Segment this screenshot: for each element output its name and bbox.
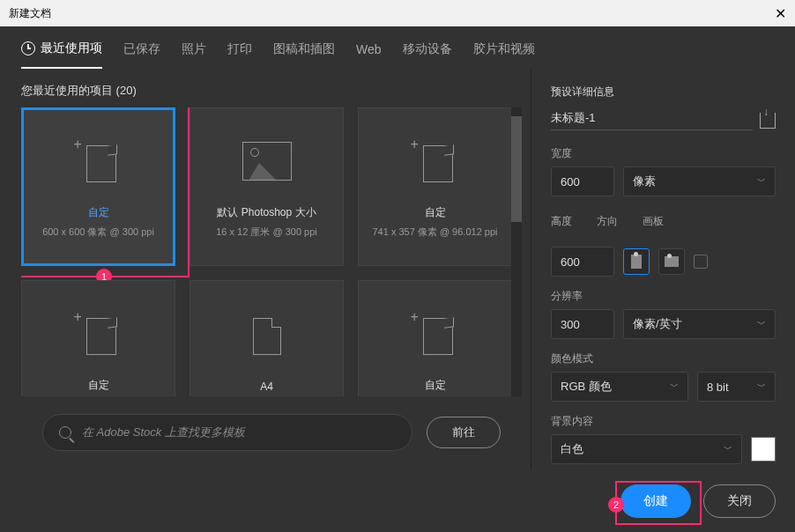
artboard-checkbox[interactable] [694,255,708,269]
preset-info: 16 x 12 厘米 @ 300 ppi [209,225,324,239]
preset-item[interactable]: + 自定 350 x 266 像素 @ 300 ppi [358,280,512,396]
bit-depth-select[interactable]: 8 bit﹀ [697,372,776,402]
preset-item[interactable]: A4 210 x 297 mm @ 300 ppi [189,280,344,396]
stock-search-input[interactable]: 在 Adobe Stock 上查找更多模板 [42,414,412,451]
background-select[interactable]: 白色﹀ [551,434,742,464]
chevron-down-icon: ﹀ [724,443,732,455]
preset-name: 自定 [425,378,446,393]
preset-name: 自定 [425,205,446,220]
save-preset-icon[interactable] [760,113,776,129]
chevron-down-icon: ﹀ [757,318,766,330]
document-icon: + [414,313,457,355]
tab-web[interactable]: Web [356,41,382,69]
tab-photo[interactable]: 照片 [182,41,206,69]
preset-name: A4 [260,381,273,393]
category-tabs: 最近使用项 已保存 照片 打印 图稿和插图 Web 移动设备 胶片和视频 [0,26,795,69]
chevron-down-icon: ﹀ [757,381,766,393]
preset-item[interactable]: + 自定 741 x 357 像素 @ 96.012 ppi [358,107,512,266]
dialog-footer: 2 创建 关闭 [0,470,795,532]
preset-details-panel: 预设详细信息 未标题-1 宽度 像素﹀ 高度 方向 画板 分辨率 [531,69,795,470]
stock-go-button[interactable]: 前往 [427,417,501,448]
resolution-input[interactable] [551,309,614,339]
background-color-swatch[interactable] [751,437,776,462]
preset-info: 741 x 357 像素 @ 96.012 ppi [365,225,504,239]
chevron-down-icon: ﹀ [670,381,679,393]
preset-name: 默认 Photoshop 大小 [217,205,316,220]
document-icon: + [78,313,120,355]
tab-print[interactable]: 打印 [227,41,252,69]
titlebar: 新建文档 ✕ [0,0,795,26]
document-icon: + [78,140,120,182]
window-title: 新建文档 [9,6,51,21]
resolution-unit-select[interactable]: 像素/英寸﹀ [623,309,776,339]
preset-name: 自定 [88,378,109,393]
clock-icon [21,41,35,55]
close-icon[interactable]: ✕ [775,5,786,22]
orientation-portrait-button[interactable] [623,248,650,275]
image-icon [242,142,292,181]
document-icon: + [414,140,457,182]
preset-item[interactable]: 默认 Photoshop 大小 16 x 12 厘米 @ 300 ppi [189,107,344,266]
width-input[interactable] [551,166,614,196]
document-name-input[interactable]: 未标题-1 [551,110,753,130]
create-button[interactable]: 创建 [620,484,691,518]
details-header: 预设详细信息 [551,85,776,100]
preset-grid: 1 + 自定 600 x 600 像素 @ 300 ppi 默认 Photosh… [21,107,522,396]
tab-film[interactable]: 胶片和视频 [473,41,535,69]
search-icon [59,426,71,439]
preset-name: 自定 [88,205,109,220]
page-icon [253,318,281,355]
tab-mobile[interactable]: 移动设备 [403,41,452,69]
tab-art[interactable]: 图稿和插图 [273,41,335,69]
scrollbar[interactable] [511,107,522,396]
height-input[interactable] [551,247,614,277]
chevron-down-icon: ﹀ [757,175,766,188]
width-unit-select[interactable]: 像素﹀ [623,166,776,196]
color-mode-select[interactable]: RGB 颜色﹀ [551,372,688,402]
tab-recent[interactable]: 最近使用项 [21,41,102,69]
preset-item[interactable]: + 自定 600 x 600 像素 @ 300 ppi [21,107,175,266]
preset-item[interactable]: + 自定 165 x 39 像素 @ 96.012 ppi [21,280,175,396]
recent-title: 您最近使用的项目 (20) [21,83,522,99]
close-button[interactable]: 关闭 [703,484,776,518]
orientation-landscape-button[interactable] [658,248,685,275]
preset-info: 600 x 600 像素 @ 300 ppi [35,225,161,239]
tab-saved[interactable]: 已保存 [123,41,160,69]
